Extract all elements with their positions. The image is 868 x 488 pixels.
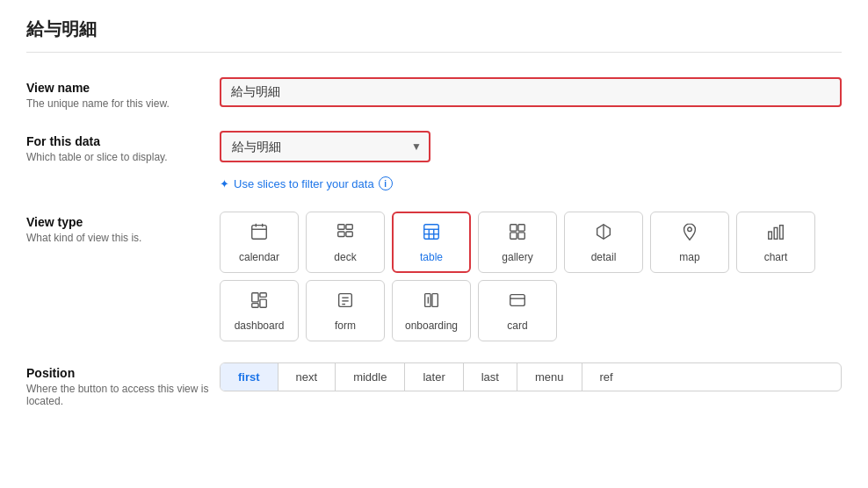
view-name-input[interactable] — [220, 77, 842, 107]
calendar-label: calendar — [239, 251, 279, 263]
svg-rect-16 — [518, 232, 524, 238]
data-select[interactable]: 給与明細 — [220, 131, 430, 162]
view-type-onboarding-button[interactable]: onboarding — [392, 280, 471, 341]
svg-rect-25 — [260, 299, 266, 307]
for-this-data-description: Which table or slice to display. — [26, 151, 220, 163]
chart-label: chart — [764, 251, 788, 263]
view-type-card-button[interactable]: card — [478, 280, 557, 341]
dashboard-label: dashboard — [235, 319, 285, 332]
svg-rect-8 — [424, 224, 439, 239]
view-type-chart-button[interactable]: chart — [736, 212, 815, 273]
view-type-calendar-button[interactable]: calendar — [220, 212, 299, 273]
position-later-button[interactable]: later — [405, 363, 463, 391]
view-type-deck-button[interactable]: deck — [306, 212, 385, 273]
form-icon — [336, 291, 355, 314]
svg-rect-34 — [510, 294, 525, 305]
deck-label: deck — [334, 251, 356, 263]
view-type-row: View type What kind of view this is. — [26, 212, 842, 341]
position-description: Where the button to access this view is … — [26, 383, 220, 407]
position-middle-button[interactable]: middle — [336, 363, 405, 391]
svg-rect-0 — [252, 225, 267, 239]
position-last-button[interactable]: last — [464, 363, 517, 391]
slice-link-row: ✦ Use slices to filter your data i — [220, 169, 842, 190]
card-label: card — [507, 319, 527, 332]
for-this-data-row: For this data Which table or slice to di… — [26, 131, 842, 190]
deck-icon — [336, 222, 355, 246]
slice-link-label: Use slices to filter your data — [234, 177, 374, 190]
svg-rect-6 — [338, 232, 344, 237]
position-ref-button[interactable]: ref — [582, 363, 631, 391]
gallery-icon — [508, 222, 527, 246]
for-this-data-control-col: 給与明細 ▼ ✦ Use slices to filter your data … — [220, 131, 842, 190]
sparkle-icon: ✦ — [220, 177, 229, 190]
data-select-wrapper: 給与明細 ▼ — [220, 131, 430, 162]
calendar-icon — [250, 222, 269, 246]
svg-rect-14 — [518, 224, 524, 230]
for-this-data-label: For this data — [26, 134, 220, 148]
view-name-label: View name — [26, 81, 220, 95]
svg-rect-13 — [510, 224, 517, 230]
onboarding-icon — [422, 291, 441, 314]
view-type-dashboard-button[interactable]: dashboard — [220, 280, 299, 341]
table-icon — [422, 222, 441, 246]
view-type-grid: calendar deck — [220, 212, 842, 341]
view-name-label-col: View name The unique name for this view. — [26, 77, 220, 110]
position-next-button[interactable]: next — [278, 363, 336, 391]
use-slices-link[interactable]: ✦ Use slices to filter your data i — [220, 176, 393, 190]
view-name-row: View name The unique name for this view. — [26, 77, 842, 110]
view-type-description: What kind of view this is. — [26, 232, 220, 244]
view-type-row-2: dashboard form — [220, 280, 842, 341]
position-label: Position — [26, 366, 220, 380]
svg-rect-22 — [780, 225, 784, 239]
page-title: 給与明細 — [26, 18, 842, 53]
svg-rect-4 — [338, 224, 344, 229]
position-first-button[interactable]: first — [221, 363, 278, 391]
onboarding-label: onboarding — [405, 319, 458, 332]
table-label: table — [420, 251, 443, 263]
view-type-map-button[interactable]: map — [650, 212, 729, 273]
view-type-label-col: View type What kind of view this is. — [26, 212, 220, 244]
svg-rect-26 — [252, 303, 258, 307]
view-type-table-button[interactable]: table — [392, 212, 471, 273]
card-icon — [508, 291, 527, 314]
svg-point-19 — [688, 226, 692, 231]
map-icon — [680, 222, 699, 246]
dashboard-icon — [250, 291, 269, 314]
position-menu-button[interactable]: menu — [517, 363, 582, 391]
svg-rect-5 — [346, 224, 352, 229]
info-icon[interactable]: i — [379, 176, 393, 190]
gallery-label: gallery — [502, 251, 532, 263]
chart-icon — [766, 222, 785, 246]
view-name-input-col — [220, 77, 842, 107]
svg-rect-21 — [774, 227, 778, 239]
svg-rect-32 — [432, 293, 438, 306]
detail-icon — [594, 222, 613, 246]
detail-label: detail — [591, 251, 617, 263]
svg-rect-20 — [769, 232, 772, 239]
view-type-row-1: calendar deck — [220, 212, 842, 273]
svg-rect-7 — [346, 232, 352, 237]
map-label: map — [679, 251, 699, 263]
position-row: Position Where the button to access this… — [26, 362, 842, 407]
view-type-control-col: calendar deck — [220, 212, 842, 341]
svg-rect-15 — [510, 232, 517, 238]
view-type-detail-button[interactable]: detail — [564, 212, 643, 273]
view-type-form-button[interactable]: form — [306, 280, 385, 341]
svg-rect-23 — [252, 292, 258, 301]
for-this-data-label-col: For this data Which table or slice to di… — [26, 131, 220, 163]
svg-rect-24 — [260, 292, 266, 297]
form-label: form — [335, 319, 356, 332]
view-type-label: View type — [26, 215, 220, 229]
view-name-description: The unique name for this view. — [26, 97, 220, 110]
position-button-group: first next middle later last menu ref — [220, 362, 842, 391]
position-label-col: Position Where the button to access this… — [26, 362, 220, 407]
view-type-gallery-button[interactable]: gallery — [478, 212, 557, 273]
position-control-col: first next middle later last menu ref — [220, 362, 842, 391]
